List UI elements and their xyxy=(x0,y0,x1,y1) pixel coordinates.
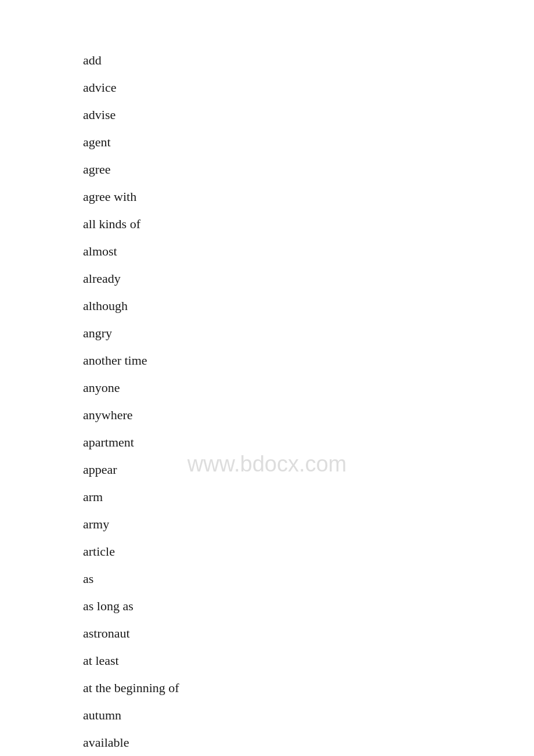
list-item: anyone xyxy=(83,374,534,401)
list-item: all kinds of xyxy=(83,210,534,237)
list-item: as xyxy=(83,565,534,592)
word-list: addadviceadviseagentagreeagree withall k… xyxy=(0,0,534,756)
list-item: almost xyxy=(83,237,534,265)
list-item: advice xyxy=(83,74,534,101)
list-item: another time xyxy=(83,347,534,374)
list-item: agree with xyxy=(83,183,534,210)
list-item: appear xyxy=(83,456,534,483)
list-item: at least xyxy=(83,647,534,674)
list-item: although xyxy=(83,292,534,319)
list-item: anywhere xyxy=(83,401,534,429)
list-item: astronaut xyxy=(83,620,534,647)
list-item: as long as xyxy=(83,592,534,620)
list-item: article xyxy=(83,538,534,565)
list-item: apartment xyxy=(83,429,534,456)
list-item: available xyxy=(83,729,534,756)
list-item: add xyxy=(83,46,534,74)
list-item: arm xyxy=(83,483,534,510)
list-item: already xyxy=(83,265,534,292)
list-item: angry xyxy=(83,319,534,347)
list-item: agent xyxy=(83,128,534,156)
list-item: advise xyxy=(83,101,534,128)
list-item: at the beginning of xyxy=(83,674,534,701)
list-item: agree xyxy=(83,156,534,183)
list-item: army xyxy=(83,510,534,538)
list-item: autumn xyxy=(83,701,534,729)
